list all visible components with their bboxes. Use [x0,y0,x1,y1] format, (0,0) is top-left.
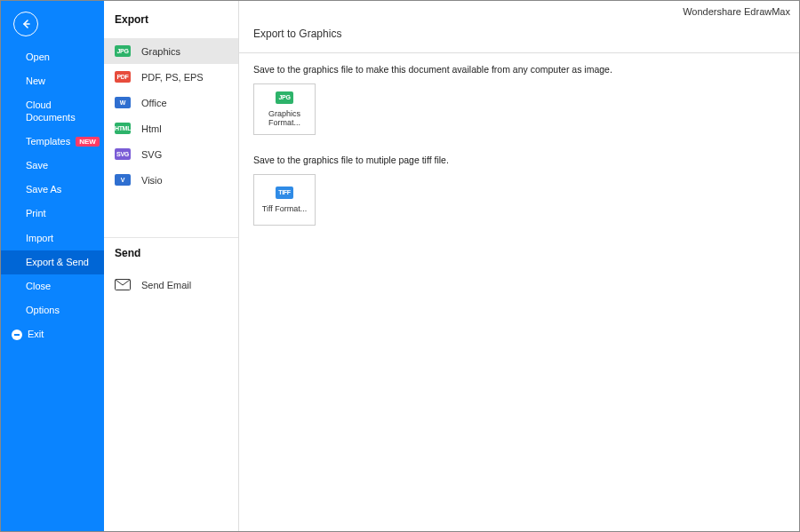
export-type-label: PDF, PS, EPS [141,72,204,83]
sidebar-label: Import [26,233,53,244]
sidebar-label: Close [26,281,51,292]
sidebar-label: Open [26,52,50,63]
sidebar-label: Save [26,160,48,171]
graphics-format-tile[interactable]: JPG Graphics Format... [253,83,316,135]
export-type-pdf[interactable]: PDF PDF, PS, EPS [104,64,238,90]
email-icon [115,279,131,290]
visio-icon: V [115,174,131,186]
export-type-office[interactable]: W Office [104,90,238,115]
sidebar-item-save[interactable]: Save [1,154,104,178]
sidebar-item-templates[interactable]: Templates NEW [1,130,104,154]
sidebar-item-import[interactable]: Import [1,226,104,250]
send-email-label: Send Email [141,280,191,290]
exit-icon [12,330,22,340]
export-type-svg[interactable]: SVG SVG [104,141,238,167]
export-type-html[interactable]: HTML Html [104,115,238,141]
word-icon: W [115,97,131,108]
sidebar-label: Print [26,208,46,219]
export-type-visio[interactable]: V Visio [104,167,238,193]
export-section-header: Export [104,13,238,38]
sidebar-label: Exit [28,329,44,340]
export-type-label: Visio [141,175,163,186]
graphics-description: Save to the graphics file to make this d… [253,64,785,75]
sidebar-label: Export & Send [26,257,89,268]
new-badge: NEW [76,137,100,147]
export-type-panel: Export JPG Graphics PDF PDF, PS, EPS W O… [104,1,239,531]
panel-body: Save to the graphics file to make this d… [239,53,799,256]
sidebar-label: Cloud Documents [26,99,93,123]
divider [104,237,238,238]
sidebar-item-export-send[interactable]: Export & Send [1,250,104,274]
sidebar-item-new[interactable]: New [1,69,104,93]
jpg-icon: JPG [276,91,293,104]
tiff-format-tile[interactable]: TIFF Tiff Format... [253,174,316,226]
sidebar-item-print[interactable]: Print [1,202,104,226]
svg-icon: SVG [115,148,131,160]
tile-label: Tiff Format... [259,204,311,213]
back-arrow-icon [20,18,32,30]
sidebar-item-open[interactable]: Open [1,45,104,69]
export-type-label: Html [141,123,162,134]
export-type-label: SVG [141,149,162,160]
export-type-label: Office [141,98,167,108]
back-button[interactable] [13,12,38,36]
export-type-graphics[interactable]: JPG Graphics [104,38,238,64]
tile-label: Graphics Format... [254,109,315,128]
sidebar-item-cloud-documents[interactable]: Cloud Documents [1,93,104,129]
send-section-header: Send [104,247,238,272]
tiff-description: Save to the graphics file to mutiple pag… [253,155,785,165]
pdf-icon: PDF [115,71,131,83]
sidebar-label: New [26,75,45,87]
sidebar-label: Options [26,305,60,316]
sidebar-label: Templates [26,136,70,147]
sidebar-item-options[interactable]: Options [1,298,104,322]
send-email-item[interactable]: Send Email [104,272,238,298]
html-icon: HTML [115,123,131,134]
jpg-icon: JPG [115,45,131,57]
sidebar-item-save-as[interactable]: Save As [1,178,104,202]
export-detail-panel: Wondershare EdrawMax Export to Graphics … [239,1,799,531]
sidebar-item-close[interactable]: Close [1,274,104,298]
sidebar-label: Save As [26,184,61,195]
sidebar-item-exit[interactable]: Exit [1,322,104,346]
panel-title: Export to Graphics [239,17,799,53]
export-type-label: Graphics [141,46,180,57]
tiff-icon: TIFF [276,187,293,199]
file-menu-sidebar: Open New Cloud Documents Templates NEW S… [1,1,104,531]
app-title: Wondershare EdrawMax [239,1,799,17]
